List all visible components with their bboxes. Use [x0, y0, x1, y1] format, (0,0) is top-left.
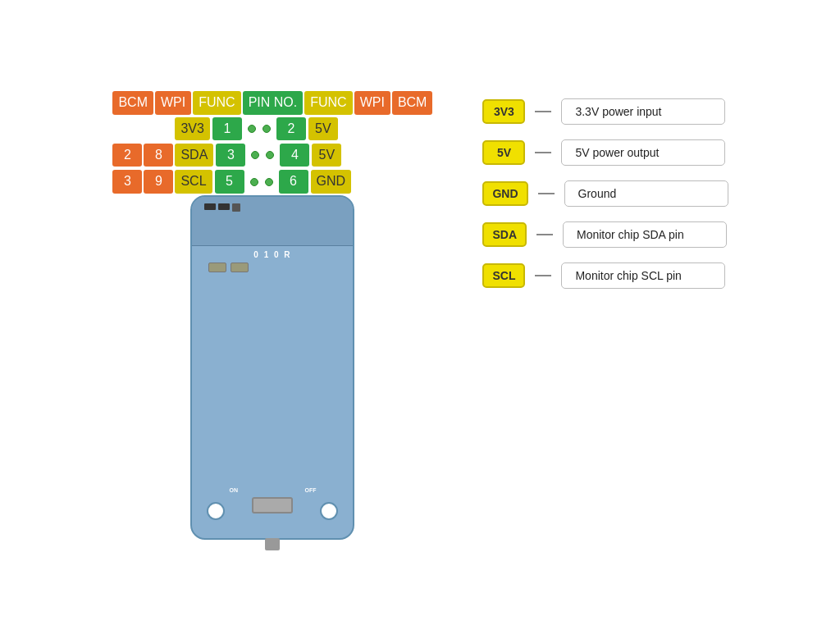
- pin-r-2: 4: [280, 144, 309, 167]
- usb-port: [252, 497, 293, 514]
- legend-badge-scl: SCL: [482, 263, 525, 288]
- wpi-r-2: [343, 144, 372, 167]
- pin-l-3: 5: [215, 170, 244, 193]
- bcm-l-3: 3: [112, 170, 142, 193]
- connector-bottom: [265, 538, 280, 550]
- wpi-r-3: [353, 170, 382, 193]
- bcm-l-2: 2: [112, 144, 142, 167]
- pin-no-3: 5 6: [214, 169, 309, 194]
- legend-row-3v3: 3V3 3.3V power input: [482, 98, 728, 125]
- pin-r-3: 6: [279, 170, 308, 193]
- pin-dot-r-1: [262, 125, 271, 133]
- bcm-r-1: [371, 117, 400, 140]
- pin-dot-l-2: [251, 151, 259, 159]
- func-r-3: GND: [311, 170, 352, 193]
- board-label: 0 1 0 R: [253, 250, 291, 259]
- legend-desc-sda: Monitor chip SDA pin: [563, 221, 727, 248]
- component-3: [232, 203, 240, 212]
- legend-line-3v3: [535, 111, 551, 112]
- legend-desc-3v3: 3.3V power input: [561, 98, 725, 125]
- legend-badge-sda: SDA: [482, 222, 527, 247]
- legend-badge-gnd: GND: [482, 181, 527, 206]
- func-l-2: SDA: [175, 144, 213, 167]
- board-top-area: [192, 197, 353, 246]
- legend-desc-scl: Monitor chip SCL pin: [561, 262, 725, 289]
- switch-label-on: ON: [229, 487, 238, 493]
- board-body: 0 1 0 R ON OFF: [190, 195, 354, 540]
- legend-row-gnd: GND Ground: [482, 180, 728, 207]
- main-container: BCM WPI FUNC PIN NO. FUNC WPI BCM 3V3 1: [95, 74, 744, 556]
- hdr-bcm-right: BCM: [392, 91, 433, 114]
- component-2: [218, 203, 230, 210]
- legend-line-5v: [535, 152, 551, 153]
- wpi-l-1: [144, 117, 173, 140]
- hdr-func-right: FUNC: [304, 91, 352, 114]
- resistor-2: [231, 262, 249, 272]
- pin-l-2: 3: [216, 144, 245, 167]
- board-section: BCM WPI FUNC PIN NO. FUNC WPI BCM 3V3 1: [112, 90, 433, 540]
- pin-r-1: 2: [276, 117, 306, 140]
- legend-badge-5v: 5V: [482, 140, 525, 165]
- wpi-l-2: 8: [144, 144, 173, 167]
- legend-desc-gnd: Ground: [564, 180, 728, 207]
- func-r-1: 5V: [308, 117, 338, 140]
- wpi-r-1: [340, 117, 369, 140]
- pin-dot-r-3: [265, 178, 273, 186]
- func-l-3: SCL: [175, 170, 212, 193]
- mount-hole-left: [207, 502, 225, 520]
- hdr-bcm-left: BCM: [112, 91, 153, 114]
- hdr-func-left: FUNC: [193, 91, 240, 114]
- pin-dot-l-3: [250, 178, 258, 186]
- pin-row-2: 2 8 SDA 3 4 5V: [112, 142, 433, 168]
- pin-row-3: 3 9 SCL 5 6 GND: [112, 168, 433, 194]
- pin-dot-r-2: [266, 151, 274, 159]
- header-row: BCM WPI FUNC PIN NO. FUNC WPI BCM: [112, 90, 433, 115]
- bcm-r-3: [384, 170, 413, 193]
- legend-line-sda: [536, 234, 553, 235]
- pin-no-1: 1 2: [212, 116, 307, 141]
- legend-section: 3V3 3.3V power input 5V 5V power output …: [482, 98, 728, 289]
- legend-desc-5v: 5V power output: [561, 139, 725, 166]
- legend-row-sda: SDA Monitor chip SDA pin: [482, 221, 728, 248]
- resistor-1: [208, 262, 226, 272]
- pin-l-1: 1: [212, 117, 242, 140]
- func-r-2: 5V: [312, 144, 341, 167]
- hdr-pin-no: PIN NO.: [243, 91, 304, 114]
- pin-dot-l-1: [248, 125, 256, 133]
- legend-row-scl: SCL Monitor chip SCL pin: [482, 262, 728, 289]
- legend-line-gnd: [538, 193, 555, 194]
- resistor-row: [208, 262, 249, 272]
- bcm-l-1: [112, 117, 142, 140]
- func-l-1: 3V3: [175, 117, 209, 140]
- pin-table: BCM WPI FUNC PIN NO. FUNC WPI BCM 3V3 1: [112, 90, 433, 195]
- pin-rows-left: BCM WPI FUNC PIN NO. FUNC WPI BCM 3V3 1: [112, 90, 433, 195]
- pin-row-1: 3V3 1 2 5V: [112, 116, 433, 142]
- hdr-wpi-right: WPI: [354, 91, 390, 114]
- legend-badge-3v3: 3V3: [482, 99, 525, 124]
- wpi-l-3: 9: [144, 170, 173, 193]
- component-1: [204, 203, 216, 210]
- mount-hole-right: [320, 502, 338, 520]
- hdr-wpi-left: WPI: [155, 91, 191, 114]
- switch-label-off: OFF: [304, 487, 316, 493]
- bcm-r-2: [374, 144, 404, 167]
- legend-line-scl: [535, 275, 551, 276]
- board-components-top: [204, 203, 240, 212]
- pin-no-2: 3 4: [215, 143, 310, 167]
- legend-row-5v: 5V 5V power output: [482, 139, 728, 166]
